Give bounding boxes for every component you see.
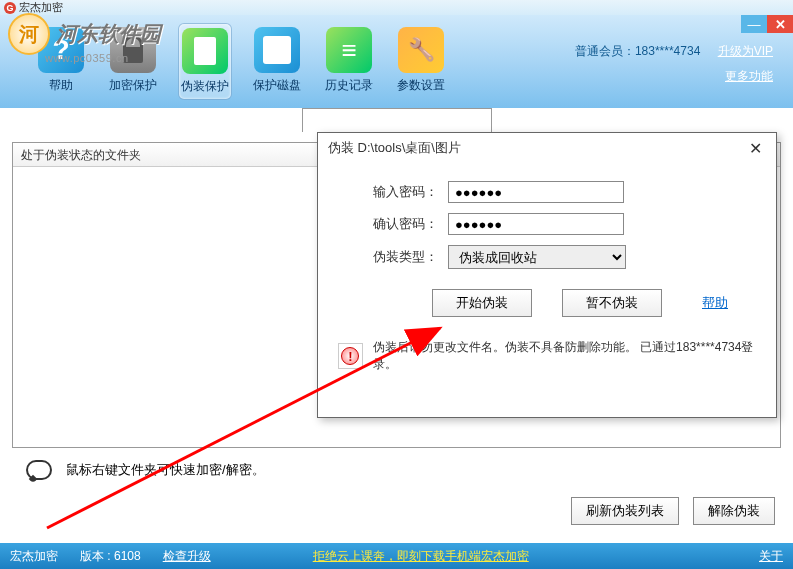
- refresh-list-button[interactable]: 刷新伪装列表: [571, 497, 679, 525]
- dialog-info-row: ! 伪装后请勿更改文件名。伪装不具备防删除功能。 已通过183****4734登…: [338, 339, 756, 373]
- window-title: 宏杰加密: [19, 0, 63, 15]
- dialog-close-button[interactable]: ✕: [745, 139, 766, 158]
- minimize-button[interactable]: —: [741, 15, 767, 33]
- member-id: 183****4734: [635, 44, 700, 58]
- tool-disk[interactable]: 保护磁盘: [250, 23, 304, 100]
- promo-link[interactable]: 拒绝云上课奔，即刻下载手机端宏杰加密: [313, 548, 529, 565]
- close-button[interactable]: ✕: [767, 15, 793, 33]
- tool-label: 历史记录: [325, 77, 373, 94]
- disguise-type-label: 伪装类型：: [338, 248, 448, 266]
- dialog-titlebar: 伪装 D:\tools\桌面\图片 ✕: [318, 133, 776, 163]
- password-label: 输入密码：: [338, 183, 448, 201]
- window-titlebar: G 宏杰加密: [0, 0, 793, 15]
- tool-help[interactable]: 帮助: [34, 23, 88, 100]
- dialog-info-text: 伪装后请勿更改文件名。伪装不具备防删除功能。 已通过183****4734登录。: [373, 339, 756, 373]
- warning-icon: !: [338, 343, 363, 369]
- active-tab-indicator: [302, 108, 492, 132]
- remove-disguise-button[interactable]: 解除伪装: [693, 497, 775, 525]
- member-prefix: 普通会员：: [575, 44, 635, 58]
- disguise-type-select[interactable]: 伪装成回收站: [448, 245, 626, 269]
- tip-row: 鼠标右键文件夹可快速加密/解密。: [12, 448, 781, 492]
- password-input[interactable]: [448, 181, 624, 203]
- tool-disguise[interactable]: 伪装保护: [178, 23, 232, 100]
- tool-settings[interactable]: 参数设置: [394, 23, 448, 100]
- start-disguise-button[interactable]: 开始伪装: [432, 289, 532, 317]
- confirm-password-label: 确认密码：: [338, 215, 448, 233]
- window-controls: — ✕: [741, 15, 793, 33]
- disk-icon: [254, 27, 300, 73]
- main-toolbar: 帮助 加密保护 伪装保护 保护磁盘 历史记录 参数设置: [34, 23, 448, 100]
- dialog-help-link[interactable]: 帮助: [702, 294, 728, 312]
- app-header: — ✕ 河东软件园 www.pc0359.cn 帮助 加密保护 伪装保护 保护磁…: [0, 15, 793, 108]
- bottom-buttons: 刷新伪装列表 解除伪装: [571, 497, 775, 525]
- disguise-icon: [182, 28, 228, 74]
- speech-bubble-icon: [26, 458, 54, 482]
- help-icon: [38, 27, 84, 73]
- confirm-password-input[interactable]: [448, 213, 624, 235]
- tool-history[interactable]: 历史记录: [322, 23, 376, 100]
- app-icon: G: [4, 2, 16, 14]
- member-info: 普通会员：183****4734 升级为VIP: [575, 43, 773, 60]
- status-version: 版本 : 6108: [80, 548, 141, 565]
- about-link[interactable]: 关于: [759, 548, 783, 565]
- lock-icon: [110, 27, 156, 73]
- tool-label: 参数设置: [397, 77, 445, 94]
- upgrade-vip-link[interactable]: 升级为VIP: [718, 44, 773, 58]
- tip-text: 鼠标右键文件夹可快速加密/解密。: [66, 461, 265, 479]
- disguise-dialog: 伪装 D:\tools\桌面\图片 ✕ 输入密码： 确认密码： 伪装类型： 伪装…: [317, 132, 777, 418]
- tool-encrypt[interactable]: 加密保护: [106, 23, 160, 100]
- tab-strip: [0, 108, 793, 132]
- tool-label: 保护磁盘: [253, 77, 301, 94]
- status-bar: 宏杰加密 版本 : 6108 检查升级 拒绝云上课奔，即刻下载手机端宏杰加密 关…: [0, 543, 793, 569]
- check-update-link[interactable]: 检查升级: [163, 548, 211, 565]
- history-icon: [326, 27, 372, 73]
- dialog-title: 伪装 D:\tools\桌面\图片: [328, 139, 461, 157]
- settings-icon: [398, 27, 444, 73]
- dialog-body: 输入密码： 确认密码： 伪装类型： 伪装成回收站 开始伪装 暂不伪装 帮助 ! …: [318, 163, 776, 373]
- cancel-disguise-button[interactable]: 暂不伪装: [562, 289, 662, 317]
- tool-label: 伪装保护: [181, 78, 229, 95]
- more-functions-link[interactable]: 更多功能: [725, 68, 773, 85]
- tool-label: 帮助: [49, 77, 73, 94]
- status-app-name: 宏杰加密: [10, 548, 58, 565]
- tool-label: 加密保护: [109, 77, 157, 94]
